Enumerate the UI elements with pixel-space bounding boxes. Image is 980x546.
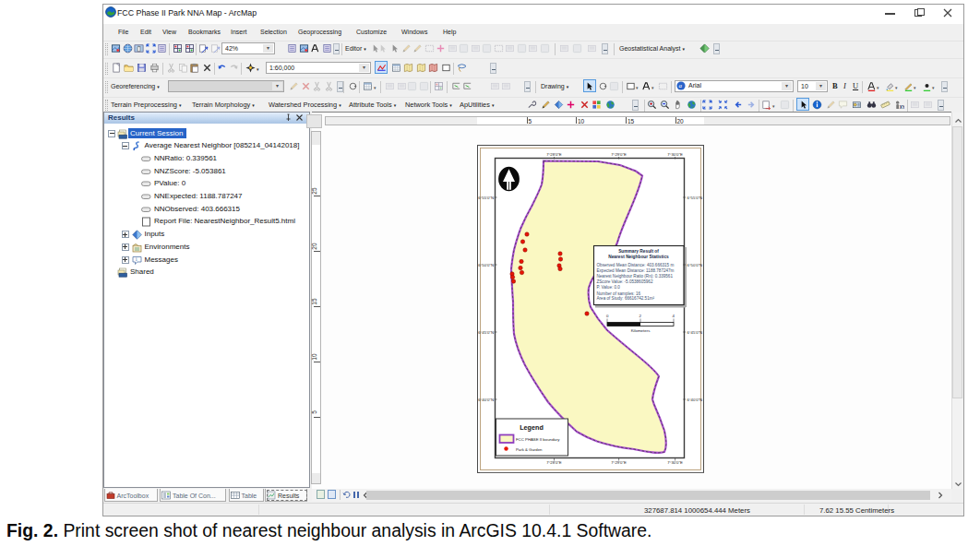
svg-text:6°55'0"N: 6°55'0"N bbox=[478, 196, 494, 200]
svg-text:Summary Result of: Summary Result of bbox=[618, 249, 659, 254]
svg-text:Nearest Neighbour Statistics: Nearest Neighbour Statistics bbox=[608, 255, 669, 259]
svg-text:7°28'0"E: 7°28'0"E bbox=[546, 460, 562, 465]
svg-text:Kilometers: Kilometers bbox=[631, 328, 651, 333]
svg-text:6°40'0"N: 6°40'0"N bbox=[687, 398, 703, 402]
svg-text:XY: XY bbox=[900, 105, 904, 110]
svg-text:Area of Study: 66616742.51m²: Area of Study: 66616742.51m² bbox=[597, 296, 655, 301]
svg-text:7°30'0"E: 7°30'0"E bbox=[667, 152, 683, 157]
svg-text:FCC PHASE II boundary: FCC PHASE II boundary bbox=[516, 437, 560, 442]
svg-text:6°50'0"N: 6°50'0"N bbox=[478, 263, 494, 267]
svg-text:Legend: Legend bbox=[520, 423, 544, 432]
svg-text:7°29'0"E: 7°29'0"E bbox=[611, 152, 627, 157]
svg-text:7°28'0"E: 7°28'0"E bbox=[546, 152, 562, 157]
svg-text:Observed Mean Distance: 403.66: Observed Mean Distance: 403.666315 m bbox=[597, 263, 675, 267]
svg-text:7°30'0"E: 7°30'0"E bbox=[667, 460, 683, 465]
svg-text:6°45'0"N: 6°45'0"N bbox=[687, 330, 703, 335]
svg-text:a: a bbox=[679, 82, 683, 89]
svg-text:6°40'0"N: 6°40'0"N bbox=[478, 398, 494, 402]
svg-text:6°55'0"N: 6°55'0"N bbox=[687, 196, 703, 200]
svg-text:Nearest Neighbour Ratio (Rn):: Nearest Neighbour Ratio (Rn): 0.339561 bbox=[597, 274, 674, 279]
svg-text:Number of samples: 16: Number of samples: 16 bbox=[597, 291, 641, 296]
svg-text:6°45'0"N: 6°45'0"N bbox=[478, 330, 494, 335]
svg-text:6°50'0"N: 6°50'0"N bbox=[687, 263, 703, 267]
svg-text:P. Value: 0.0: P. Value: 0.0 bbox=[597, 285, 621, 290]
svg-text:Expected Mean Distance: 1188.7: Expected Mean Distance: 1188.787247m bbox=[597, 268, 675, 273]
svg-text:Park & Garden: Park & Garden bbox=[516, 447, 543, 452]
svg-text:7°29'0"E: 7°29'0"E bbox=[611, 460, 627, 465]
svg-text:ZScore Value: -5.0538605962: ZScore Value: -5.0538605962 bbox=[597, 279, 653, 284]
